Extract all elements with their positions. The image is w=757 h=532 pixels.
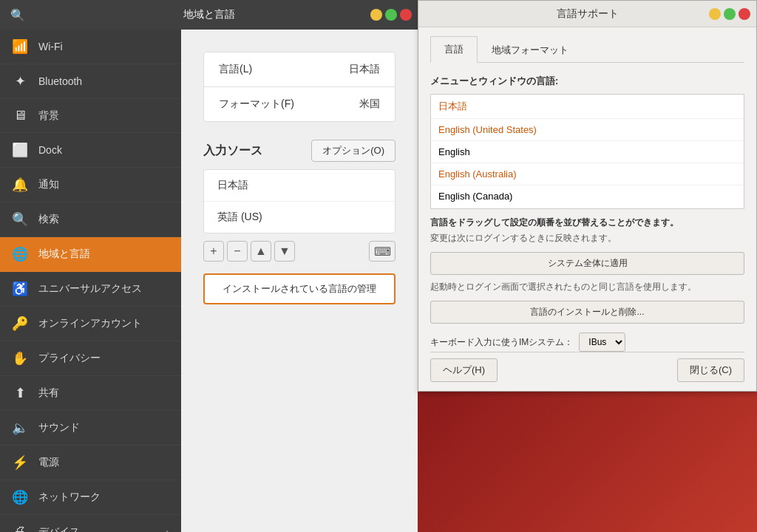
sharing-icon: ⬆ — [12, 385, 28, 401]
add-input-source-button[interactable]: + — [203, 241, 224, 262]
settings-window-controls — [370, 9, 412, 21]
input-source-label: 入力ソース — [203, 143, 262, 159]
im-row: キーボード入力に使うIMシステム： IBus — [430, 332, 744, 352]
settings-titlebar: 🔍 地域と言語 — [0, 0, 418, 30]
lang-footer: ヘルプ(H) 閉じる(C) — [430, 352, 744, 382]
language-list: 日本語 English (United States) English Engl… — [430, 94, 744, 209]
sidebar-item-power[interactable]: ⚡ 電源 — [0, 446, 181, 480]
drag-hint: 言語をドラッグして設定の順番を並び替えることができます。 — [430, 216, 744, 229]
keyboard-layout-button[interactable]: ⌨ — [369, 241, 396, 262]
settings-main: 言語(L) 日本語 フォーマット(F) 米国 入力ソース オプション(O) 日本… — [181, 30, 418, 532]
ls-maximize-button[interactable] — [724, 8, 736, 20]
sidebar-item-notifications[interactable]: 🔔 通知 — [0, 168, 181, 202]
manage-languages-button[interactable]: インストールされている言語の管理 — [203, 273, 396, 304]
tabs: 言語 地域フォーマット — [430, 36, 744, 63]
sidebar-item-wifi[interactable]: 📶 Wi-Fi — [0, 30, 181, 64]
sidebar-item-label: ユニバーサルアクセス — [38, 282, 142, 296]
minimize-button[interactable] — [370, 9, 382, 21]
sidebar-item-label: サウンド — [38, 421, 80, 434]
move-up-button[interactable]: ▲ — [251, 241, 271, 262]
wifi-icon: 📶 — [12, 38, 28, 55]
search-icon-btn[interactable]: 🔍 — [7, 4, 28, 25]
input-source-toolbar: + − ▲ ▼ ⌨ — [203, 241, 396, 262]
format-row[interactable]: フォーマット(F) 米国 — [204, 87, 395, 121]
dock-icon: ⬜ — [12, 142, 28, 158]
language-row[interactable]: 言語(L) 日本語 — [204, 52, 395, 87]
lang-support-title: 言語サポート — [557, 7, 619, 21]
search-icon: 🔍 — [12, 211, 28, 228]
background-red — [418, 392, 757, 532]
input-source-list: 日本語 英語 (US) — [203, 169, 396, 233]
sidebar-item-devices[interactable]: 🖨 デバイス › — [0, 515, 181, 532]
tab-language[interactable]: 言語 — [430, 36, 478, 63]
list-item[interactable]: English (Canada) — [431, 185, 744, 207]
sidebar-item-sharing[interactable]: ⬆ 共有 — [0, 376, 181, 411]
sidebar-item-region-language[interactable]: 🌐 地域と言語 — [0, 237, 181, 272]
im-select[interactable]: IBus — [579, 332, 625, 352]
sidebar-item-label: デバイス — [38, 525, 80, 533]
sidebar-item-search[interactable]: 🔍 検索 — [0, 202, 181, 237]
lang-support-body: 言語 地域フォーマット メニューとウィンドウの言語: 日本語 English (… — [418, 27, 756, 391]
sidebar-item-background[interactable]: 🖥 背景 — [0, 99, 181, 133]
sidebar-item-label: ネットワーク — [38, 491, 101, 504]
install-remove-button[interactable]: 言語のインストールと削除... — [430, 301, 744, 324]
input-source-item-japanese[interactable]: 日本語 — [204, 170, 395, 202]
sidebar-item-dock[interactable]: ⬜ Dock — [0, 133, 181, 168]
sound-icon: 🔈 — [12, 420, 28, 436]
bluetooth-icon: ✦ — [12, 73, 28, 89]
online-accounts-icon: 🔑 — [12, 316, 28, 332]
sidebar-item-label: 共有 — [38, 386, 59, 400]
format-row-label: フォーマット(F) — [219, 98, 294, 111]
privacy-icon: ✋ — [12, 350, 28, 366]
sidebar-item-universal-access[interactable]: ♿ ユニバーサルアクセス — [0, 272, 181, 307]
apply-system-wide-button[interactable]: システム全体に適用 — [430, 252, 744, 275]
close-dialog-button[interactable]: 閉じる(C) — [677, 358, 744, 382]
sidebar-item-sound[interactable]: 🔈 サウンド — [0, 411, 181, 446]
menu-window-lang-label: メニューとウィンドウの言語: — [430, 75, 744, 88]
sidebar-item-privacy[interactable]: ✋ プライバシー — [0, 341, 181, 376]
settings-title: 地域と言語 — [183, 8, 235, 21]
ls-close-button[interactable] — [739, 8, 750, 20]
help-button[interactable]: ヘルプ(H) — [430, 358, 498, 382]
sidebar-item-label: オンラインアカウント — [38, 317, 142, 330]
lang-support-titlebar: 言語サポート — [418, 1, 756, 27]
language-row-label: 言語(L) — [219, 63, 252, 76]
list-item[interactable]: English (Australia) — [431, 163, 744, 185]
lang-support-window: 言語サポート 言語 地域フォーマット メニューとウィンドウの言語: 日本語 En… — [418, 0, 757, 392]
sidebar-item-label: 電源 — [38, 456, 59, 469]
input-source-header: 入力ソース オプション(O) — [203, 140, 396, 162]
list-item[interactable]: English (United States) — [431, 119, 744, 141]
sidebar-item-label: Bluetooth — [38, 75, 82, 87]
notifications-icon: 🔔 — [12, 177, 28, 193]
lang-support-window-controls — [709, 8, 750, 20]
format-row-value: 米国 — [359, 98, 380, 111]
chevron-right-icon: › — [166, 526, 169, 533]
devices-icon: 🖨 — [12, 524, 28, 532]
settings-body: 📶 Wi-Fi ✦ Bluetooth 🖥 背景 ⬜ Dock 🔔 通知 🔍 — [0, 30, 418, 532]
move-down-button[interactable]: ▼ — [274, 241, 295, 262]
sidebar-item-bluetooth[interactable]: ✦ Bluetooth — [0, 64, 181, 99]
sidebar-item-label: 検索 — [38, 213, 59, 226]
settings-window: 🔍 地域と言語 📶 Wi-Fi ✦ Bluetooth 🖥 背景 ⬜ — [0, 0, 418, 532]
language-row-value: 日本語 — [349, 63, 380, 76]
list-item[interactable]: English — [431, 141, 744, 163]
list-item[interactable]: 日本語 — [431, 95, 744, 119]
remove-input-source-button[interactable]: − — [227, 241, 248, 262]
sidebar-item-label: 背景 — [38, 109, 59, 123]
im-label: キーボード入力に使うIMシステム： — [430, 336, 573, 349]
options-button[interactable]: オプション(O) — [311, 140, 396, 162]
sidebar-item-label: Dock — [38, 144, 62, 156]
sidebar-item-label: 通知 — [38, 178, 59, 191]
maximize-button[interactable] — [385, 9, 397, 21]
tab-region-format[interactable]: 地域フォーマット — [478, 36, 583, 63]
sidebar-item-network[interactable]: 🌐 ネットワーク — [0, 480, 181, 515]
region-language-icon: 🌐 — [12, 246, 28, 262]
sidebar-item-label: プライバシー — [38, 352, 101, 365]
apply-desc: 起動時とログイン画面で選択されたものと同じ言語を使用します。 — [430, 281, 744, 293]
sidebar-item-online-accounts[interactable]: 🔑 オンラインアカウント — [0, 307, 181, 341]
ls-minimize-button[interactable] — [709, 8, 721, 20]
sidebar-item-label: 地域と言語 — [38, 248, 90, 261]
input-source-item-english[interactable]: 英語 (US) — [204, 202, 395, 233]
close-button[interactable] — [400, 9, 412, 21]
universal-access-icon: ♿ — [12, 281, 28, 297]
